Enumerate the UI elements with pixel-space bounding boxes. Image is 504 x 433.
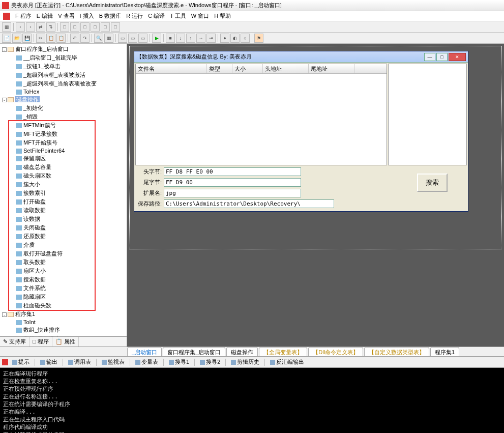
tree-node[interactable]: -程序集1 bbox=[1, 310, 126, 319]
tab-properties[interactable]: 📋 属性 bbox=[52, 337, 79, 347]
tab-support-lib[interactable]: ✎ 支持库 bbox=[0, 337, 29, 347]
tree-node[interactable]: SetFilePointer64 bbox=[1, 147, 126, 154]
debug-tab[interactable]: 搜寻1 bbox=[166, 357, 192, 367]
tail-bytes-input[interactable] bbox=[164, 178, 301, 187]
paste-icon[interactable]: 📋 bbox=[56, 34, 66, 43]
tree-node[interactable]: 关闭磁盘 bbox=[1, 223, 126, 232]
tree-node[interactable]: 读取数据 bbox=[1, 206, 126, 215]
editor-tab[interactable]: 【自定义数据类型表】 bbox=[364, 347, 429, 356]
tb-btn[interactable]: ◐ bbox=[230, 34, 240, 43]
tree-node[interactable]: 介质 bbox=[1, 241, 126, 249]
save-path-input[interactable] bbox=[164, 199, 334, 208]
menu-item[interactable]: C 编译 bbox=[146, 11, 167, 21]
debug-tab[interactable]: 输出 bbox=[38, 357, 60, 367]
tb-btn[interactable]: □ bbox=[80, 22, 90, 32]
tree-node[interactable]: 隐藏扇区 bbox=[1, 293, 126, 301]
stop-icon[interactable]: ■ bbox=[166, 34, 175, 43]
tb-btn[interactable]: □ bbox=[60, 22, 69, 32]
search-button[interactable]: 搜索 bbox=[417, 174, 448, 192]
tb-btn[interactable]: ⚑ bbox=[254, 34, 263, 43]
cut-icon[interactable]: ✂ bbox=[36, 34, 45, 43]
tb-btn[interactable]: ↑ bbox=[186, 34, 195, 43]
open-icon[interactable]: 📂 bbox=[12, 34, 21, 43]
tree-node[interactable]: MFT开始簇号 bbox=[1, 138, 126, 147]
editor-tab[interactable]: 窗口程序集_启动窗口 bbox=[163, 347, 225, 356]
tb-btn[interactable]: › bbox=[26, 22, 35, 32]
tb-btn[interactable]: □ bbox=[111, 22, 120, 32]
editor-tab[interactable]: 程序集1 bbox=[430, 347, 459, 356]
save-icon[interactable]: 💾 bbox=[22, 34, 32, 43]
tb-btn[interactable]: ▦ bbox=[2, 22, 11, 32]
toggle-icon[interactable]: - bbox=[2, 47, 7, 52]
tree-node[interactable]: _超级列表框_当前表项被改变 bbox=[1, 79, 126, 88]
minimize-icon[interactable]: — bbox=[424, 53, 435, 61]
debug-tab[interactable]: 监视表 bbox=[99, 357, 127, 367]
tb-btn[interactable]: □ bbox=[70, 22, 79, 32]
menu-item[interactable]: H 帮助 bbox=[212, 11, 233, 21]
tree-node[interactable]: 读数据 bbox=[1, 215, 126, 223]
tree-node[interactable]: 数组_快速排序 bbox=[1, 326, 126, 334]
child-titlebar[interactable]: 【数据恢复】深度搜索&磁盘信息 By: 美夜赤月 — □ ✕ bbox=[134, 51, 468, 63]
find-icon[interactable]: 🔍 bbox=[94, 34, 103, 43]
tree-node[interactable]: 取头数据 bbox=[1, 258, 126, 267]
tb-btn[interactable]: ▭ bbox=[118, 34, 127, 43]
tb-btn[interactable]: ↓ bbox=[176, 34, 185, 43]
debug-tab[interactable]: 反汇编输出 bbox=[268, 357, 307, 367]
tb-btn[interactable]: ⇄ bbox=[36, 22, 45, 32]
column-header[interactable]: 头地址 bbox=[263, 64, 309, 73]
debug-tab[interactable]: 调用表 bbox=[66, 357, 94, 367]
column-header[interactable]: 尾地址 bbox=[309, 64, 354, 73]
column-header[interactable]: 大小 bbox=[232, 64, 263, 73]
tree-node[interactable]: 保留扇区 bbox=[1, 154, 126, 163]
tree-node[interactable]: 文件系统 bbox=[1, 284, 126, 293]
tree-node[interactable]: _销毁 bbox=[1, 112, 126, 121]
menu-item[interactable]: I 插入 bbox=[78, 11, 96, 21]
tree-node[interactable]: 搜索数据 bbox=[1, 275, 126, 284]
debug-tab[interactable]: 变量表 bbox=[133, 357, 161, 367]
close-icon[interactable]: ✕ bbox=[449, 53, 466, 61]
menu-item[interactable]: W 窗口 bbox=[189, 11, 211, 21]
tree-node[interactable]: MFTMirr簇号 bbox=[1, 121, 126, 130]
redo-icon[interactable]: ↷ bbox=[80, 34, 90, 43]
editor-tab[interactable]: 【全局变量表】 bbox=[259, 347, 307, 356]
tree-node[interactable]: ToHex bbox=[1, 88, 126, 95]
project-tree[interactable]: -窗口程序集_启动窗口__启动窗口_创建完毕_按钮1_被单击_超级列表框_表项被… bbox=[0, 44, 127, 336]
debug-tab[interactable]: 搜寻2 bbox=[197, 357, 223, 367]
tree-node[interactable]: 磁头扇区数 bbox=[1, 171, 126, 180]
tree-node[interactable]: 取打开磁盘盘符 bbox=[1, 249, 126, 258]
tree-node[interactable]: ToInt bbox=[1, 319, 126, 326]
tb-btn[interactable]: □ bbox=[101, 22, 110, 32]
menu-item[interactable]: V 查看 bbox=[56, 11, 76, 21]
toggle-icon[interactable]: - bbox=[2, 98, 7, 102]
output-panel[interactable]: 正在编译现行程序正在检查重复名称...正在预处理现行程序正在进行名称连接...正… bbox=[0, 368, 504, 433]
debug-tab[interactable]: 剪辑历史 bbox=[228, 357, 262, 367]
menu-item[interactable]: T 工具 bbox=[168, 11, 188, 21]
new-icon[interactable]: 📄 bbox=[2, 34, 11, 43]
tree-node[interactable]: 柱面磁头数 bbox=[1, 301, 126, 310]
editor-tab[interactable]: _启动窗口 bbox=[127, 347, 162, 356]
tb-btn[interactable]: ▦ bbox=[104, 34, 113, 43]
tree-node[interactable]: 簇大小 bbox=[1, 180, 126, 189]
editor-tab[interactable]: 磁盘操作 bbox=[226, 347, 258, 356]
tree-node[interactable]: 磁盘总容量 bbox=[1, 163, 126, 171]
tree-node[interactable]: -磁盘操作 bbox=[1, 95, 126, 104]
tb-btn[interactable]: ○ bbox=[241, 34, 250, 43]
tb-btn[interactable]: → bbox=[196, 34, 205, 43]
menu-item[interactable]: E 编辑 bbox=[35, 11, 55, 21]
toggle-icon[interactable]: - bbox=[2, 312, 7, 317]
tree-node[interactable]: 簇数索引 bbox=[1, 189, 126, 197]
head-bytes-input[interactable] bbox=[164, 167, 301, 176]
tb-btn[interactable]: ▭ bbox=[138, 34, 147, 43]
tree-node[interactable]: _初始化 bbox=[1, 104, 126, 112]
tb-btn[interactable]: ⇥ bbox=[206, 34, 216, 43]
maximize-icon[interactable]: □ bbox=[436, 53, 448, 61]
tree-node[interactable]: -窗口程序集_启动窗口 bbox=[1, 45, 126, 53]
debug-tab[interactable]: 提示 bbox=[10, 357, 32, 367]
copy-icon[interactable]: 📋 bbox=[46, 34, 55, 43]
menu-item[interactable]: F 程序 bbox=[13, 11, 34, 21]
tree-node[interactable]: __启动窗口_创建完毕 bbox=[1, 53, 126, 62]
run-icon[interactable]: ▶ bbox=[152, 34, 161, 43]
tree-node[interactable]: _按钮1_被单击 bbox=[1, 62, 126, 71]
tree-node[interactable]: 还原数据 bbox=[1, 232, 126, 241]
column-header[interactable]: 文件名 bbox=[136, 64, 207, 73]
